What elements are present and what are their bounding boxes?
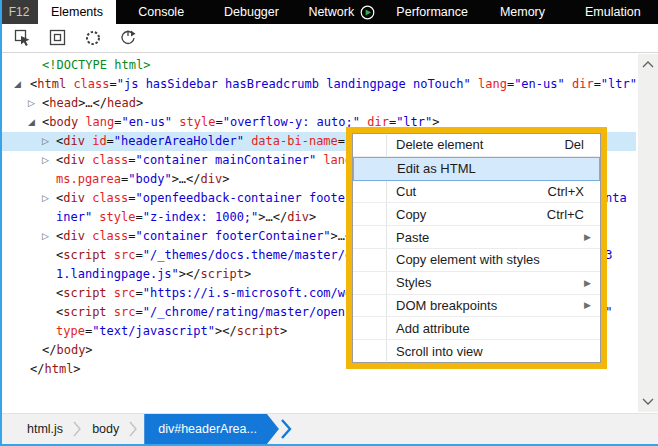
code-segment-pun: = (594, 77, 601, 91)
code-segment-pun: > (222, 172, 229, 186)
code-segment-tag: head (49, 96, 78, 110)
code-segment-val: "headerAreaHolder" (114, 134, 244, 148)
context-menu: Delete elementDelEdit as HTMLCutCtrl+XCo… (352, 133, 601, 363)
code-segment-tag: body (56, 343, 85, 357)
code-segment-pun (107, 248, 114, 262)
element-highlighting-icon[interactable] (49, 29, 67, 47)
submenu-arrow-icon: ▶ (584, 232, 591, 242)
menu-item-label: DOM breakpoints (396, 298, 497, 313)
code-segment-att: dir (572, 77, 594, 91)
code-segment-pun: ></ (215, 324, 237, 338)
menu-item-paste[interactable]: Paste▶ (353, 226, 600, 249)
code-segment-pun: = (128, 191, 135, 205)
menu-item-scroll-into-view[interactable]: Scroll into view (353, 340, 600, 362)
code-segment-att: src (114, 305, 136, 319)
code-segment-pun: </ (30, 362, 44, 376)
scroll-down-icon[interactable] (638, 393, 658, 410)
code-segment-pun: > (136, 96, 143, 110)
code-segment-tag: script (63, 305, 106, 319)
highlight-annotation: Delete elementDelEdit as HTMLCutCtrl+XCo… (346, 127, 607, 369)
menu-item-shortcut: Ctrl+C (547, 207, 584, 222)
dom-tree-row[interactable]: ◢<html class="js hasSidebar hasBreadcrum… (2, 75, 636, 94)
collapse-arrow-icon[interactable]: ◢ (14, 76, 21, 93)
code-segment-att: style (99, 210, 135, 224)
dotted-circle-icon[interactable] (84, 29, 102, 47)
menu-item-shortcut: Del (564, 137, 584, 152)
tab-network[interactable]: Network (297, 0, 387, 24)
code-segment-val: "en-us" (514, 77, 565, 91)
expand-arrow-icon[interactable]: ▷ (42, 190, 49, 207)
code-segment-val: "ltr" (601, 77, 636, 91)
code-segment-pun: > (309, 210, 316, 224)
code-segment-pun: = (338, 134, 345, 148)
code-segment-tag: html (44, 362, 73, 376)
dom-tree-row[interactable]: ▷<head>…</head> (2, 94, 636, 113)
menu-item-copy-element-with-styles[interactable]: Copy element with styles (353, 249, 600, 272)
scroll-up-icon[interactable] (638, 56, 658, 73)
expand-arrow-icon[interactable]: ▷ (42, 228, 49, 245)
tab-debugger[interactable]: Debugger (206, 0, 296, 24)
code-segment-pun: > (73, 362, 80, 376)
expand-arrow-icon[interactable]: ▷ (42, 133, 49, 150)
window-border-left (0, 0, 2, 446)
code-segment-val: "container mainContainer" (136, 153, 317, 167)
dom-node-markup: type="text/javascript"></script> (56, 322, 287, 341)
menu-item-dom-breakpoints[interactable]: DOM breakpoints▶ (353, 295, 600, 318)
code-segment-att: src (114, 286, 136, 300)
dom-refresh-icon[interactable] (119, 29, 137, 47)
menu-item-shortcut: Ctrl+X (548, 184, 584, 199)
submenu-arrow-icon: ▶ (584, 300, 591, 310)
tab-label: Elements (51, 5, 103, 19)
breadcrumb-item-body[interactable]: body (83, 422, 128, 436)
menu-item-edit-as-html[interactable]: Edit as HTML (353, 157, 600, 181)
vertical-scrollbar[interactable] (638, 54, 658, 412)
expand-arrow-icon[interactable]: ▷ (42, 152, 49, 169)
dom-node-markup: </html> (30, 360, 81, 379)
tab-elements[interactable]: Elements (38, 0, 116, 24)
code-segment-tag: div (287, 210, 309, 224)
code-segment-pun (471, 77, 478, 91)
dom-node-markup: iner" style="z-index: 1000;">…</div> (56, 208, 316, 227)
code-segment-pun: = (215, 115, 222, 129)
code-segment-val: "body" (128, 172, 171, 186)
select-element-icon[interactable] (14, 29, 32, 47)
menu-item-cut[interactable]: CutCtrl+X (353, 181, 600, 204)
tab-memory[interactable]: Memory (477, 0, 567, 24)
code-segment-pun: >…</ (78, 96, 107, 110)
play-circle-icon (360, 5, 375, 20)
dom-node-markup: ms.pgarea="body">…</div> (56, 170, 229, 189)
tab-emulation[interactable]: Emulation (568, 0, 658, 24)
dom-tree-row[interactable]: <!DOCTYPE html> (2, 56, 636, 75)
code-segment-pun: = (128, 229, 135, 243)
expand-arrow-icon[interactable]: ▷ (28, 95, 35, 112)
code-segment-att: ms.pgarea (56, 172, 121, 186)
menu-item-delete-element[interactable]: Delete elementDel (353, 134, 600, 157)
code-segment-tag: div (63, 191, 85, 205)
code-segment-tag: script (237, 324, 280, 338)
submenu-arrow-icon: ▶ (584, 278, 591, 288)
code-segment-pun: = (135, 210, 142, 224)
dom-node-markup: <html class="js hasSidebar hasBreadcrumb… (30, 75, 636, 94)
tab-console[interactable]: Console (116, 0, 206, 24)
code-segment-tag: div (63, 229, 85, 243)
menu-item-add-attribute[interactable]: Add attribute (353, 317, 600, 340)
code-segment-att: lang (85, 115, 114, 129)
code-segment-pun: </ (42, 343, 56, 357)
code-segment-pun: >…</ (258, 210, 287, 224)
menu-item-label: Copy (396, 207, 426, 222)
code-segment-pun (107, 305, 114, 319)
menu-item-label: Paste (396, 230, 429, 245)
code-segment-pun: > (244, 267, 251, 281)
breadcrumb-item-div-headerarea-[interactable]: div#headerArea... (144, 414, 279, 444)
code-segment-tag: div (63, 153, 85, 167)
menu-item-styles[interactable]: Styles▶ (353, 272, 600, 295)
tab-performance[interactable]: Performance (387, 0, 477, 24)
code-segment-val: "js hasSidebar hasBreadcrumb landingpage… (117, 77, 471, 91)
code-segment-pun: = (107, 134, 114, 148)
breadcrumb-item-html-js[interactable]: html.js (18, 422, 72, 436)
code-segment-att: lang (478, 77, 507, 91)
collapse-arrow-icon[interactable]: ◢ (28, 114, 35, 131)
code-segment-val: "z-index: 1000;" (143, 210, 259, 224)
code-segment-att: class (92, 229, 128, 243)
menu-item-copy[interactable]: CopyCtrl+C (353, 203, 600, 226)
